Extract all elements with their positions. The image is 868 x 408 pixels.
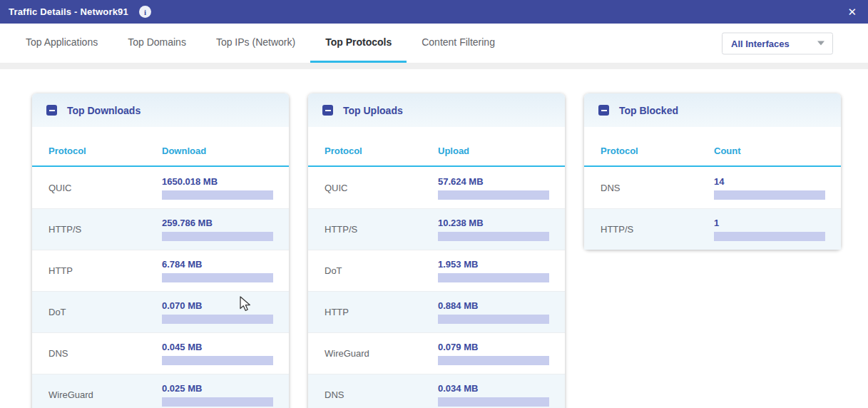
value-label: 1 (714, 218, 825, 228)
interface-select-value: All Interfaces (731, 38, 790, 49)
protocol-name: HTTP/S (32, 224, 162, 235)
usage-bar (162, 397, 273, 407)
value-label: 259.786 MB (162, 218, 273, 228)
close-icon[interactable]: ✕ (847, 6, 857, 17)
protocol-name: DoT (32, 307, 162, 317)
value-cell: 1.953 MB (438, 259, 565, 282)
protocol-name: DNS (308, 389, 438, 400)
tab-top-protocols[interactable]: Top Protocols (310, 24, 407, 63)
table-row: HTTP 6.784 MB (32, 250, 289, 291)
table-row: QUIC 57.624 MB (308, 167, 565, 208)
table-row: DNS 0.034 MB (308, 374, 565, 408)
dialog-title: Traffic Details - Network91 (9, 6, 128, 17)
column-header-protocol: Protocol (584, 146, 714, 156)
value-cell: 0.079 MB (438, 342, 565, 365)
column-header-value: Count (714, 146, 841, 156)
panel-top-downloads: Top Downloads Protocol Download QUIC 165… (32, 93, 289, 408)
usage-bar (714, 232, 825, 241)
tab-content-filtering[interactable]: Content Filtering (407, 24, 510, 63)
rows: DNS 14 HTTP/S 1 (584, 167, 841, 250)
collapse-icon[interactable] (322, 105, 333, 116)
value-label: 0.070 MB (162, 300, 273, 311)
panel-title: Top Uploads (343, 105, 403, 116)
usage-bar (438, 273, 549, 282)
value-cell: 0.025 MB (162, 383, 289, 407)
tabbar-divider (0, 63, 868, 69)
column-header-protocol: Protocol (308, 146, 438, 156)
usage-bar (438, 356, 549, 365)
table-header-row: Protocol Download (32, 127, 289, 167)
table-header-row: Protocol Upload (308, 127, 565, 167)
usage-bar (438, 190, 549, 200)
table-row: HTTP 0.884 MB (308, 291, 565, 332)
protocol-name: DNS (32, 348, 162, 359)
table-row: DNS 14 (584, 167, 841, 208)
value-label: 14 (714, 176, 825, 187)
panel-title: Top Blocked (619, 105, 678, 116)
chevron-down-icon (817, 41, 824, 46)
value-label: 10.238 MB (438, 218, 549, 228)
table-row: WireGuard 0.079 MB (308, 332, 565, 374)
value-cell: 0.045 MB (162, 342, 289, 365)
value-cell: 0.884 MB (438, 300, 565, 324)
value-label: 0.034 MB (438, 383, 549, 394)
table-row: HTTP/S 10.238 MB (308, 208, 565, 250)
tab-bar: Top ApplicationsTop DomainsTop IPs (Netw… (0, 24, 868, 63)
usage-bar (438, 315, 549, 324)
value-label: 1.953 MB (438, 259, 549, 270)
panel-header: Top Blocked (584, 93, 841, 127)
rows: QUIC 1650.018 MB HTTP/S 259.786 MB HTTP … (32, 167, 289, 408)
value-cell: 10.238 MB (438, 218, 565, 241)
table-header-row: Protocol Count (584, 127, 841, 167)
dialog-titlebar: Traffic Details - Network91 i ✕ (0, 0, 868, 24)
value-label: 6.784 MB (162, 259, 273, 270)
protocol-name: DoT (308, 265, 438, 276)
table-row: DoT 0.070 MB (32, 291, 289, 332)
protocol-name: WireGuard (32, 389, 162, 400)
protocol-name: QUIC (32, 183, 162, 193)
collapse-icon[interactable] (598, 105, 609, 116)
value-cell: 14 (714, 176, 841, 200)
panels-row: Top Downloads Protocol Download QUIC 165… (0, 69, 868, 408)
protocol-name: WireGuard (308, 348, 438, 359)
protocol-name: DNS (584, 183, 714, 193)
protocol-name: HTTP (308, 307, 438, 317)
value-cell: 0.034 MB (438, 383, 565, 407)
usage-bar (162, 273, 273, 282)
value-cell: 259.786 MB (162, 218, 289, 241)
column-header-value: Upload (438, 146, 565, 156)
tab-top-domains[interactable]: Top Domains (113, 24, 201, 63)
usage-bar (714, 190, 825, 200)
usage-bar (438, 397, 549, 407)
panel-title: Top Downloads (67, 105, 141, 116)
value-cell: 6.784 MB (162, 259, 289, 282)
usage-bar (162, 232, 273, 241)
usage-bar (162, 315, 273, 324)
panel-top-blocked: Top Blocked Protocol Count DNS 14 HTTP/S… (584, 93, 841, 250)
value-cell: 57.624 MB (438, 176, 565, 200)
tab-top-ips-network[interactable]: Top IPs (Network) (201, 24, 310, 63)
value-cell: 1650.018 MB (162, 176, 289, 200)
panel-header: Top Downloads (32, 93, 289, 127)
value-label: 1650.018 MB (162, 176, 273, 187)
panel-top-uploads: Top Uploads Protocol Upload QUIC 57.624 … (308, 93, 565, 408)
column-header-protocol: Protocol (32, 146, 162, 156)
usage-bar (438, 232, 549, 241)
value-label: 0.045 MB (162, 342, 273, 352)
protocol-name: HTTP/S (308, 224, 438, 235)
value-cell: 1 (714, 218, 841, 241)
usage-bar (162, 190, 273, 200)
rows: QUIC 57.624 MB HTTP/S 10.238 MB DoT 1.95… (308, 167, 565, 408)
value-label: 0.025 MB (162, 383, 273, 394)
collapse-icon[interactable] (46, 105, 57, 116)
tab-list: Top ApplicationsTop DomainsTop IPs (Netw… (11, 24, 510, 63)
value-cell: 0.070 MB (162, 300, 289, 324)
table-row: HTTP/S 259.786 MB (32, 208, 289, 250)
value-label: 0.884 MB (438, 300, 549, 311)
interface-select[interactable]: All Interfaces (722, 32, 833, 54)
tab-top-applications[interactable]: Top Applications (11, 24, 113, 63)
column-header-value: Download (162, 146, 289, 156)
table-row: WireGuard 0.025 MB (32, 374, 289, 408)
table-row: DNS 0.045 MB (32, 332, 289, 374)
info-icon[interactable]: i (139, 6, 151, 18)
